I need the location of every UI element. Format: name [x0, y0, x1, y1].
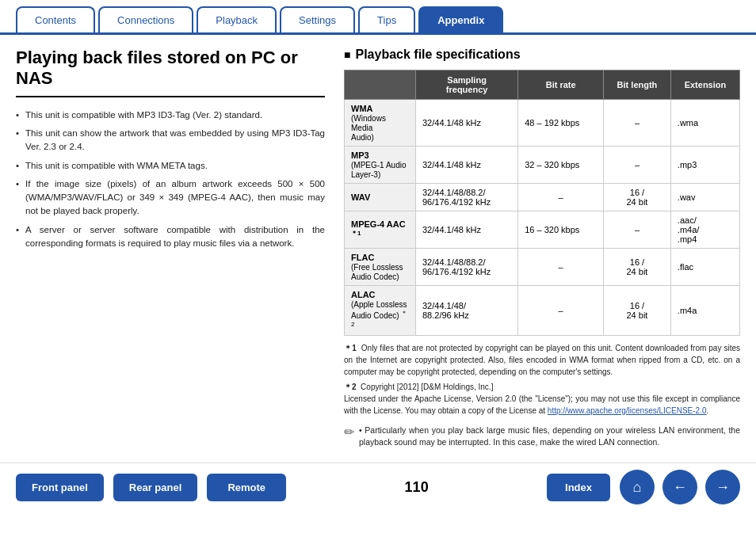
sampling-wav: 32/44.1/48/88.2/96/176.4/192 kHz [416, 184, 518, 211]
nav-icons: ⌂ ← → [620, 470, 740, 504]
format-wav: WAV [345, 184, 416, 211]
spec-table: Samplingfrequency Bit rate Bit length Ex… [344, 70, 740, 336]
note-box: ✏ • Particularly when you play back larg… [344, 424, 740, 450]
footnotes: ＊1 Only files that are not protected by … [344, 342, 740, 417]
tab-tips[interactable]: Tips [358, 6, 415, 32]
sampling-alac: 32/44.1/48/88.2/96 kHz [416, 286, 518, 336]
table-row: FLAC(Free LosslessAudio Codec) 32/44.1/4… [345, 249, 740, 286]
bitrate-wma: 48 – 192 kbps [518, 100, 604, 147]
forward-button[interactable]: → [705, 470, 740, 504]
bullet-3: This unit is compatible with WMA META ta… [16, 159, 325, 173]
home-button[interactable]: ⌂ [620, 470, 655, 504]
tab-connections[interactable]: Connections [98, 6, 193, 32]
format-mp3: MP3(MPEG-1 AudioLayer-3) [345, 147, 416, 184]
table-row: MPEG-4 AAC＊1 32/44.1/48 kHz 16 – 320 kbp… [345, 211, 740, 249]
sampling-flac: 32/44.1/48/88.2/96/176.4/192 kHz [416, 249, 518, 286]
rear-panel-button[interactable]: Rear panel [113, 474, 197, 501]
sampling-wma: 32/44.1/48 kHz [416, 100, 518, 147]
ext-aac: .aac/.m4a/.mp4 [670, 211, 739, 249]
tab-playback[interactable]: Playback [197, 6, 277, 32]
footnote-2: ＊2 Copyright [2012] [D&M Holdings, Inc.]… [344, 381, 740, 417]
bullet-2: This unit can show the artwork that was … [16, 127, 325, 154]
ext-alac: .m4a [670, 286, 739, 336]
front-panel-button[interactable]: Front panel [16, 474, 104, 501]
tab-settings[interactable]: Settings [280, 6, 355, 32]
format-flac: FLAC(Free LosslessAudio Codec) [345, 249, 416, 286]
table-row: MP3(MPEG-1 AudioLayer-3) 32/44.1/48 kHz … [345, 147, 740, 184]
ext-flac: .flac [670, 249, 739, 286]
right-column: Playback file specifications Samplingfre… [344, 48, 740, 450]
bullet-5: A server or server software compatible w… [16, 223, 325, 251]
format-wma: WMA(Windows MediaAudio) [345, 100, 416, 147]
bottom-nav: Front panel Rear panel Remote 110 Index … [0, 463, 756, 511]
table-row: WAV 32/44.1/48/88.2/96/176.4/192 kHz – 1… [345, 184, 740, 211]
format-alac: ALAC(Apple LosslessAudio Codec) ＊2 [345, 286, 416, 336]
main-content: Playing back files stored on PC or NAS T… [0, 35, 756, 463]
page-title: Playing back files stored on PC or NAS [16, 48, 325, 97]
col-header-sampling: Samplingfrequency [416, 70, 518, 100]
note-text: • Particularly when you play back large … [359, 424, 740, 450]
bitrate-flac: – [518, 249, 604, 286]
license-link[interactable]: http://www.apache.org/licenses/LICENSE-2… [548, 406, 707, 415]
sampling-mp3: 32/44.1/48 kHz [416, 147, 518, 184]
col-header-extension: Extension [670, 70, 739, 100]
col-header-bitlength: Bit length [604, 70, 671, 100]
bitrate-wav: – [518, 184, 604, 211]
ext-wav: .wav [670, 184, 739, 211]
col-header-bitrate: Bit rate [518, 70, 604, 100]
pencil-icon: ✏ [344, 424, 354, 440]
bitlength-wma: – [604, 100, 671, 147]
bitlength-flac: 16 /24 bit [604, 249, 671, 286]
sampling-aac: 32/44.1/48 kHz [416, 211, 518, 249]
remote-button[interactable]: Remote [207, 474, 286, 501]
table-row: WMA(Windows MediaAudio) 32/44.1/48 kHz 4… [345, 100, 740, 147]
page-number: 110 [296, 479, 537, 496]
bitrate-mp3: 32 – 320 kbps [518, 147, 604, 184]
bitlength-mp3: – [604, 147, 671, 184]
ext-wma: .wma [670, 100, 739, 147]
top-nav: Contents Connections Playback Settings T… [0, 0, 756, 32]
bitlength-aac: – [604, 211, 671, 249]
bitlength-wav: 16 /24 bit [604, 184, 671, 211]
back-button[interactable]: ← [662, 470, 697, 504]
bitlength-alac: 16 /24 bit [604, 286, 671, 336]
table-row: ALAC(Apple LosslessAudio Codec) ＊2 32/44… [345, 286, 740, 336]
bullet-4: If the image size (pixels) of an album a… [16, 177, 325, 219]
left-column: Playing back files stored on PC or NAS T… [16, 48, 325, 450]
format-aac: MPEG-4 AAC＊1 [345, 211, 416, 249]
ext-mp3: .mp3 [670, 147, 739, 184]
index-button[interactable]: Index [547, 474, 610, 501]
section-title: Playback file specifications [344, 48, 740, 62]
bitrate-aac: 16 – 320 kbps [518, 211, 604, 249]
tab-contents[interactable]: Contents [16, 6, 95, 32]
bullet-list: This unit is compatible with MP3 ID3-Tag… [16, 109, 325, 250]
bitrate-alac: – [518, 286, 604, 336]
bullet-1: This unit is compatible with MP3 ID3-Tag… [16, 109, 325, 122]
tab-appendix[interactable]: Appendix [418, 6, 503, 32]
footnote-1: ＊1 Only files that are not protected by … [344, 342, 740, 378]
col-header-format [345, 70, 416, 100]
